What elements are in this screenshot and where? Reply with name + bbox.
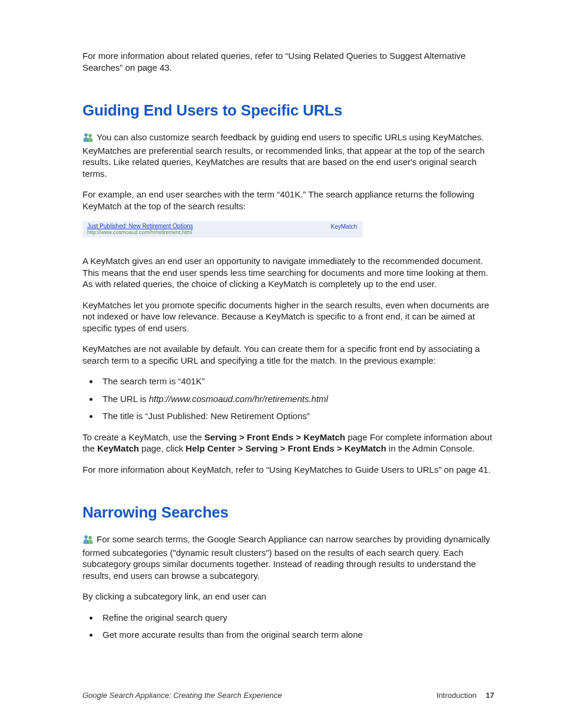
text-run: To create a KeyMatch, use the bbox=[82, 432, 204, 442]
section1-p2: For example, an end user searches with t… bbox=[82, 189, 494, 212]
section1-p4: KeyMatches let you promote specific docu… bbox=[82, 299, 494, 334]
page-number: 17 bbox=[486, 691, 494, 700]
list-item: Get more accurate results than from the … bbox=[99, 629, 494, 641]
keymatch-title-link[interactable]: Just Published: New Retirement Options bbox=[87, 223, 358, 229]
section1-p1-text: You can also customize search feedback b… bbox=[82, 132, 485, 179]
section1-p5: KeyMatches are not available by default.… bbox=[82, 343, 494, 366]
footer-doc-title: Google Search Appliance: Creating the Se… bbox=[82, 691, 282, 700]
intro-paragraph: For more information about related queri… bbox=[82, 50, 494, 73]
section2-p1: For some search terms, the Google Search… bbox=[82, 533, 494, 581]
people-icon bbox=[82, 133, 94, 145]
list-item: Refine the original search query bbox=[99, 612, 494, 624]
keymatch-bold: KeyMatch bbox=[97, 443, 139, 453]
people-icon bbox=[82, 535, 94, 547]
section1-p1: You can also customize search feedback b… bbox=[82, 131, 494, 179]
svg-point-3 bbox=[89, 536, 92, 539]
list-item: The URL is http://www.cosmoaud.com/hr/re… bbox=[99, 393, 494, 405]
svg-point-0 bbox=[85, 134, 88, 137]
keymatch-url: http://www.cosmoaud.com/hr/retirement.ht… bbox=[87, 229, 358, 235]
section-heading-guiding: Guiding End Users to Specific URLs bbox=[82, 101, 494, 120]
text-run: page, click bbox=[139, 443, 186, 453]
section2-p2: By clicking a subcategory link, an end u… bbox=[82, 591, 494, 602]
section1-bullet-list: The search term is “401K” The URL is htt… bbox=[82, 375, 494, 422]
keymatch-label: KeyMatch bbox=[331, 223, 357, 230]
svg-point-2 bbox=[85, 536, 88, 539]
page-footer: Google Search Appliance: Creating the Se… bbox=[82, 691, 494, 700]
bullet-url-italic: http://www.cosmoaud.com/hr/retirements.h… bbox=[149, 394, 328, 404]
svg-point-1 bbox=[89, 134, 92, 137]
section1-p3: A KeyMatch gives an end user an opportun… bbox=[82, 255, 494, 290]
bullet-text: The URL is bbox=[103, 394, 149, 404]
section2-p1-text: For some search terms, the Google Search… bbox=[82, 534, 490, 581]
section2-bullet-list: Refine the original search query Get mor… bbox=[82, 612, 494, 641]
footer-section-label: Introduction bbox=[437, 691, 477, 700]
section1-p6: To create a KeyMatch, use the Serving > … bbox=[82, 431, 494, 454]
text-run: in the Admin Console. bbox=[386, 443, 475, 453]
section1-p7: For more information about KeyMatch, ref… bbox=[82, 464, 494, 476]
keymatch-example: Just Published: New Retirement Options h… bbox=[82, 221, 363, 238]
list-item: The search term is “401K” bbox=[99, 375, 494, 387]
list-item: The title is “Just Published: New Retire… bbox=[99, 410, 494, 422]
help-path-bold: Help Center > Serving > Front Ends > Key… bbox=[186, 443, 386, 453]
section-heading-narrowing: Narrowing Searches bbox=[82, 503, 494, 522]
nav-path-bold: Serving > Front Ends > KeyMatch bbox=[204, 432, 345, 442]
